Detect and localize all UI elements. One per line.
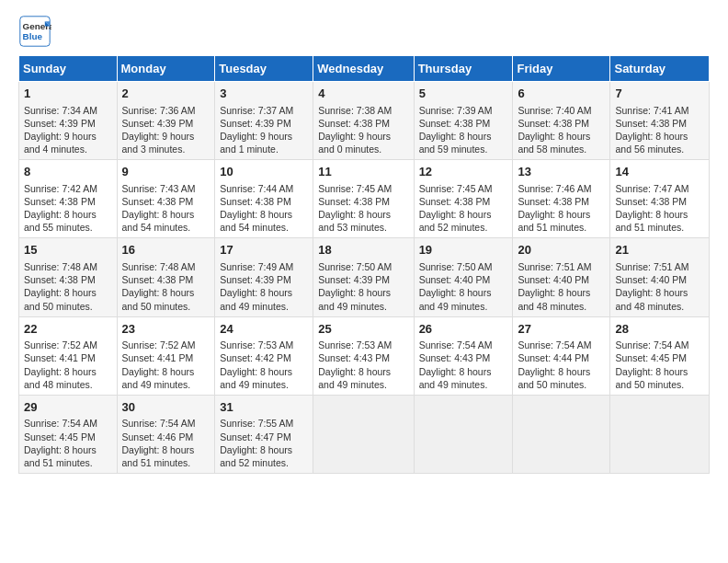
calendar-cell: 3Sunrise: 7:37 AMSunset: 4:39 PMDaylight…	[215, 82, 313, 160]
calendar-cell: 13Sunrise: 7:46 AMSunset: 4:38 PMDayligh…	[513, 160, 610, 238]
calendar-cell: 23Sunrise: 7:52 AMSunset: 4:41 PMDayligh…	[117, 316, 215, 395]
calendar-header-monday: Monday	[117, 56, 215, 82]
day-number: 3	[220, 86, 308, 102]
logo-icon: General Blue	[18, 15, 51, 48]
calendar-cell: 27Sunrise: 7:54 AMSunset: 4:44 PMDayligh…	[513, 316, 610, 395]
day-number: 28	[615, 321, 704, 338]
calendar-cell: 22Sunrise: 7:52 AMSunset: 4:41 PMDayligh…	[19, 316, 118, 395]
calendar-cell: 24Sunrise: 7:53 AMSunset: 4:42 PMDayligh…	[215, 316, 313, 395]
day-number: 29	[24, 399, 112, 416]
day-info: Sunrise: 7:44 AMSunset: 4:38 PMDaylight:…	[220, 182, 308, 235]
day-info: Sunrise: 7:37 AMSunset: 4:39 PMDaylight:…	[220, 104, 308, 156]
calendar-cell	[313, 395, 414, 473]
day-number: 26	[419, 321, 508, 338]
day-number: 7	[615, 86, 704, 102]
day-info: Sunrise: 7:49 AMSunset: 4:39 PMDaylight:…	[220, 260, 308, 313]
day-number: 18	[318, 242, 408, 259]
day-info: Sunrise: 7:38 AMSunset: 4:38 PMDaylight:…	[318, 104, 408, 156]
day-info: Sunrise: 7:50 AMSunset: 4:39 PMDaylight:…	[318, 260, 408, 313]
calendar-cell: 28Sunrise: 7:54 AMSunset: 4:45 PMDayligh…	[610, 316, 710, 395]
header: General Blue	[18, 15, 710, 48]
day-number: 6	[518, 86, 605, 102]
calendar-cell: 21Sunrise: 7:51 AMSunset: 4:40 PMDayligh…	[610, 238, 710, 316]
day-info: Sunrise: 7:48 AMSunset: 4:38 PMDaylight:…	[122, 260, 210, 313]
calendar-cell: 16Sunrise: 7:48 AMSunset: 4:38 PMDayligh…	[117, 238, 215, 316]
svg-text:Blue: Blue	[23, 31, 43, 41]
calendar-cell: 5Sunrise: 7:39 AMSunset: 4:38 PMDaylight…	[414, 82, 513, 160]
calendar-week-3: 15Sunrise: 7:48 AMSunset: 4:38 PMDayligh…	[19, 238, 710, 316]
day-info: Sunrise: 7:54 AMSunset: 4:45 PMDaylight:…	[615, 339, 704, 391]
day-info: Sunrise: 7:45 AMSunset: 4:38 PMDaylight:…	[318, 182, 408, 235]
day-info: Sunrise: 7:45 AMSunset: 4:38 PMDaylight:…	[419, 182, 508, 235]
calendar-cell: 1Sunrise: 7:34 AMSunset: 4:39 PMDaylight…	[19, 82, 118, 160]
calendar-cell	[610, 395, 710, 473]
calendar-cell: 12Sunrise: 7:45 AMSunset: 4:38 PMDayligh…	[414, 160, 513, 238]
calendar-cell: 15Sunrise: 7:48 AMSunset: 4:38 PMDayligh…	[19, 238, 118, 316]
day-number: 24	[220, 321, 308, 338]
day-info: Sunrise: 7:48 AMSunset: 4:38 PMDaylight:…	[24, 260, 112, 313]
calendar-cell: 18Sunrise: 7:50 AMSunset: 4:39 PMDayligh…	[313, 238, 414, 316]
day-info: Sunrise: 7:50 AMSunset: 4:40 PMDaylight:…	[419, 260, 508, 313]
day-info: Sunrise: 7:51 AMSunset: 4:40 PMDaylight:…	[518, 260, 605, 313]
calendar-header-row: SundayMondayTuesdayWednesdayThursdayFrid…	[19, 56, 710, 82]
day-info: Sunrise: 7:42 AMSunset: 4:38 PMDaylight:…	[24, 182, 112, 235]
day-info: Sunrise: 7:53 AMSunset: 4:43 PMDaylight:…	[318, 339, 408, 391]
day-info: Sunrise: 7:55 AMSunset: 4:47 PMDaylight:…	[220, 417, 308, 469]
day-number: 19	[419, 242, 508, 259]
day-info: Sunrise: 7:52 AMSunset: 4:41 PMDaylight:…	[24, 339, 112, 391]
calendar-cell	[513, 395, 610, 473]
calendar-cell: 11Sunrise: 7:45 AMSunset: 4:38 PMDayligh…	[313, 160, 414, 238]
day-number: 10	[220, 164, 308, 180]
day-number: 31	[220, 399, 308, 416]
calendar-cell: 30Sunrise: 7:54 AMSunset: 4:46 PMDayligh…	[117, 395, 215, 473]
day-number: 23	[122, 321, 210, 338]
calendar-cell: 19Sunrise: 7:50 AMSunset: 4:40 PMDayligh…	[414, 238, 513, 316]
day-number: 15	[24, 242, 112, 259]
calendar-week-2: 8Sunrise: 7:42 AMSunset: 4:38 PMDaylight…	[19, 160, 710, 238]
day-number: 5	[419, 86, 508, 102]
calendar-cell	[414, 395, 513, 473]
day-info: Sunrise: 7:52 AMSunset: 4:41 PMDaylight:…	[122, 339, 210, 391]
day-info: Sunrise: 7:54 AMSunset: 4:45 PMDaylight:…	[24, 417, 112, 469]
day-info: Sunrise: 7:43 AMSunset: 4:38 PMDaylight:…	[122, 182, 210, 235]
calendar-header-wednesday: Wednesday	[313, 56, 414, 82]
calendar-week-5: 29Sunrise: 7:54 AMSunset: 4:45 PMDayligh…	[19, 395, 710, 473]
calendar-cell: 31Sunrise: 7:55 AMSunset: 4:47 PMDayligh…	[215, 395, 313, 473]
calendar-cell: 6Sunrise: 7:40 AMSunset: 4:38 PMDaylight…	[513, 82, 610, 160]
day-number: 2	[122, 86, 210, 102]
day-info: Sunrise: 7:39 AMSunset: 4:38 PMDaylight:…	[419, 104, 508, 156]
calendar-cell: 17Sunrise: 7:49 AMSunset: 4:39 PMDayligh…	[215, 238, 313, 316]
calendar-header-sunday: Sunday	[19, 56, 118, 82]
calendar-cell: 8Sunrise: 7:42 AMSunset: 4:38 PMDaylight…	[19, 160, 118, 238]
page-container: General Blue SundayMondayTuesdayWednesda…	[0, 0, 728, 483]
calendar-cell: 26Sunrise: 7:54 AMSunset: 4:43 PMDayligh…	[414, 316, 513, 395]
day-info: Sunrise: 7:40 AMSunset: 4:38 PMDaylight:…	[518, 104, 605, 156]
calendar-cell: 2Sunrise: 7:36 AMSunset: 4:39 PMDaylight…	[117, 82, 215, 160]
day-number: 30	[122, 399, 210, 416]
day-info: Sunrise: 7:34 AMSunset: 4:39 PMDaylight:…	[24, 104, 112, 156]
day-number: 20	[518, 242, 605, 259]
day-info: Sunrise: 7:54 AMSunset: 4:43 PMDaylight:…	[419, 339, 508, 391]
day-info: Sunrise: 7:47 AMSunset: 4:38 PMDaylight:…	[615, 182, 704, 235]
calendar-table: SundayMondayTuesdayWednesdayThursdayFrid…	[18, 55, 710, 474]
day-number: 27	[518, 321, 605, 338]
calendar-header-tuesday: Tuesday	[215, 56, 313, 82]
day-number: 13	[518, 164, 605, 180]
day-number: 25	[318, 321, 408, 338]
calendar-header-friday: Friday	[513, 56, 610, 82]
calendar-week-1: 1Sunrise: 7:34 AMSunset: 4:39 PMDaylight…	[19, 82, 710, 160]
calendar-cell: 29Sunrise: 7:54 AMSunset: 4:45 PMDayligh…	[19, 395, 118, 473]
calendar-cell: 7Sunrise: 7:41 AMSunset: 4:38 PMDaylight…	[610, 82, 710, 160]
calendar-header-thursday: Thursday	[414, 56, 513, 82]
day-info: Sunrise: 7:51 AMSunset: 4:40 PMDaylight:…	[615, 260, 704, 313]
calendar-cell: 10Sunrise: 7:44 AMSunset: 4:38 PMDayligh…	[215, 160, 313, 238]
day-number: 17	[220, 242, 308, 259]
day-number: 16	[122, 242, 210, 259]
calendar-cell: 25Sunrise: 7:53 AMSunset: 4:43 PMDayligh…	[313, 316, 414, 395]
calendar-cell: 4Sunrise: 7:38 AMSunset: 4:38 PMDaylight…	[313, 82, 414, 160]
day-info: Sunrise: 7:54 AMSunset: 4:44 PMDaylight:…	[518, 339, 605, 391]
day-number: 14	[615, 164, 704, 180]
day-number: 22	[24, 321, 112, 338]
day-number: 9	[122, 164, 210, 180]
calendar-week-4: 22Sunrise: 7:52 AMSunset: 4:41 PMDayligh…	[19, 316, 710, 395]
